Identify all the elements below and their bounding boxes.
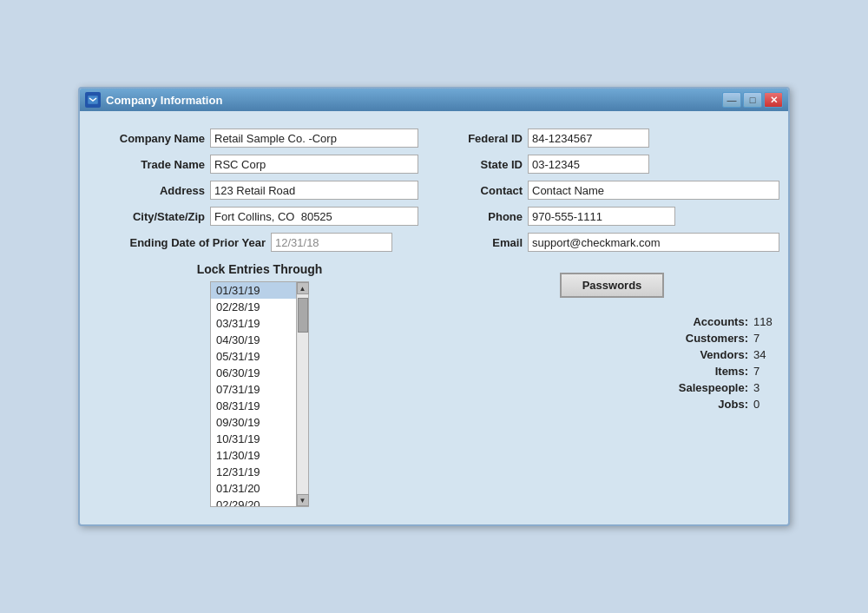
scroll-up-arrow[interactable]: ▲ bbox=[297, 282, 309, 294]
contact-row: Contact bbox=[444, 181, 779, 200]
items-label: Items: bbox=[715, 365, 748, 378]
passwords-row: Passwords bbox=[444, 273, 779, 298]
lock-list-item[interactable]: 01/31/19 bbox=[211, 282, 296, 299]
title-bar: Company Information — □ ✕ bbox=[80, 89, 788, 111]
phone-input[interactable] bbox=[528, 207, 675, 226]
jobs-row: Jobs: 0 bbox=[444, 398, 779, 411]
accounts-row: Accounts: 118 bbox=[444, 315, 779, 328]
lock-list-item[interactable]: 02/29/20 bbox=[211, 497, 296, 507]
scroll-down-arrow[interactable]: ▼ bbox=[297, 494, 309, 506]
salespeople-value: 3 bbox=[753, 381, 779, 394]
right-content: Federal ID State ID Contact bbox=[436, 129, 779, 411]
minimize-button[interactable]: — bbox=[722, 92, 741, 108]
ending-date-label: Ending Date of Prior Year bbox=[101, 236, 266, 249]
customers-row: Customers: 7 bbox=[444, 332, 779, 345]
left-section: Company Name Trade Name Address City/Sta… bbox=[101, 129, 418, 507]
lock-section: Lock Entries Through 01/31/1902/28/1903/… bbox=[101, 262, 418, 507]
main-window: Company Information — □ ✕ Company Name T… bbox=[78, 87, 790, 526]
email-label: Email bbox=[444, 236, 523, 249]
contact-input[interactable] bbox=[528, 181, 779, 200]
jobs-value: 0 bbox=[753, 398, 779, 411]
customers-label: Customers: bbox=[686, 332, 748, 345]
federal-id-input[interactable] bbox=[528, 129, 649, 148]
passwords-button[interactable]: Passwords bbox=[560, 273, 665, 298]
company-name-row: Company Name bbox=[101, 129, 418, 148]
city-state-zip-input[interactable] bbox=[210, 207, 418, 226]
address-label: Address bbox=[101, 184, 205, 197]
window-title: Company Information bbox=[106, 94, 222, 107]
federal-id-label: Federal ID bbox=[444, 132, 523, 145]
address-row: Address bbox=[101, 181, 418, 200]
company-name-input[interactable] bbox=[210, 129, 418, 148]
lock-list-item[interactable]: 07/31/19 bbox=[211, 381, 296, 398]
customers-value: 7 bbox=[753, 332, 779, 345]
phone-row: Phone bbox=[444, 207, 779, 226]
ending-date-row: Ending Date of Prior Year bbox=[101, 233, 418, 252]
lock-list[interactable]: 01/31/1902/28/1903/31/1904/30/1905/31/19… bbox=[210, 281, 297, 507]
state-id-input[interactable] bbox=[528, 155, 649, 174]
city-state-zip-label: City/State/Zip bbox=[101, 210, 205, 223]
lock-list-item[interactable]: 05/31/19 bbox=[211, 348, 296, 365]
app-icon bbox=[85, 92, 101, 108]
lock-list-item[interactable]: 11/30/19 bbox=[211, 447, 296, 464]
window-body: Company Name Trade Name Address City/Sta… bbox=[80, 111, 788, 524]
lock-list-item[interactable]: 12/31/19 bbox=[211, 464, 296, 480]
federal-id-row: Federal ID bbox=[444, 129, 779, 148]
vendors-label: Vendors: bbox=[700, 348, 748, 361]
scrollbar[interactable]: ▲ ▼ bbox=[297, 281, 309, 507]
company-name-label: Company Name bbox=[101, 132, 205, 145]
lock-list-item[interactable]: 06/30/19 bbox=[211, 365, 296, 381]
title-bar-left: Company Information bbox=[85, 92, 222, 108]
address-input[interactable] bbox=[210, 181, 418, 200]
state-id-label: State ID bbox=[444, 158, 523, 171]
close-button[interactable]: ✕ bbox=[764, 92, 783, 108]
ending-date-input[interactable] bbox=[271, 233, 392, 252]
svg-rect-0 bbox=[88, 96, 98, 104]
city-state-zip-row: City/State/Zip bbox=[101, 207, 418, 226]
accounts-label: Accounts: bbox=[693, 315, 748, 328]
stats-section: Accounts: 118 Customers: 7 Vendors: 34 bbox=[444, 315, 779, 411]
right-section: Federal ID State ID Contact bbox=[436, 129, 779, 507]
scroll-track bbox=[298, 294, 308, 494]
maximize-button[interactable]: □ bbox=[743, 92, 762, 108]
scroll-thumb[interactable] bbox=[298, 298, 308, 333]
lock-list-item[interactable]: 03/31/19 bbox=[211, 315, 296, 332]
state-id-row: State ID bbox=[444, 155, 779, 174]
trade-name-row: Trade Name bbox=[101, 155, 418, 174]
email-input[interactable] bbox=[528, 233, 779, 252]
phone-label: Phone bbox=[444, 210, 523, 223]
salespeople-row: Salespeople: 3 bbox=[444, 381, 779, 394]
form-grid: Company Name Trade Name Address City/Sta… bbox=[101, 129, 767, 507]
lock-list-item[interactable]: 02/28/19 bbox=[211, 299, 296, 315]
trade-name-input[interactable] bbox=[210, 155, 418, 174]
lock-list-item[interactable]: 04/30/19 bbox=[211, 332, 296, 348]
window-controls: — □ ✕ bbox=[722, 92, 783, 108]
accounts-value: 118 bbox=[753, 315, 779, 328]
lock-list-item[interactable]: 01/31/20 bbox=[211, 480, 296, 497]
lock-list-item[interactable]: 09/30/19 bbox=[211, 414, 296, 431]
jobs-label: Jobs: bbox=[718, 398, 748, 411]
lock-list-container: 01/31/1902/28/1903/31/1904/30/1905/31/19… bbox=[210, 281, 309, 507]
lock-title: Lock Entries Through bbox=[197, 262, 323, 276]
salespeople-label: Salespeople: bbox=[679, 381, 748, 394]
lock-list-item[interactable]: 10/31/19 bbox=[211, 431, 296, 447]
items-row: Items: 7 bbox=[444, 365, 779, 378]
trade-name-label: Trade Name bbox=[101, 158, 205, 171]
lock-list-item[interactable]: 08/31/19 bbox=[211, 398, 296, 414]
contact-label: Contact bbox=[444, 184, 523, 197]
items-value: 7 bbox=[753, 365, 779, 378]
vendors-value: 34 bbox=[753, 348, 779, 361]
email-row: Email bbox=[444, 233, 779, 252]
vendors-row: Vendors: 34 bbox=[444, 348, 779, 361]
